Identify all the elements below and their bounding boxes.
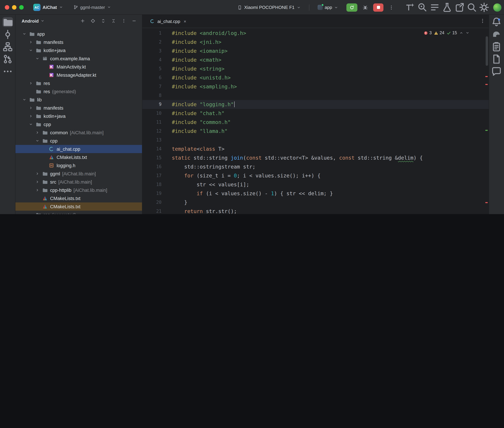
tree-item-res[interactable]: res(generated) xyxy=(16,87,142,96)
more-v-button[interactable] xyxy=(119,17,128,25)
chevron-right-icon[interactable] xyxy=(35,180,39,184)
code-line-12[interactable]: 12#include "llama.h" xyxy=(142,127,488,136)
editor-options-icon[interactable] xyxy=(480,18,485,24)
settings-button[interactable] xyxy=(479,2,489,12)
project-selector[interactable]: AC AiChat xyxy=(31,3,65,12)
target-button[interactable] xyxy=(88,17,97,25)
tree-item-kotlin-java[interactable]: kotlin+java xyxy=(16,112,142,120)
structure-tool-button[interactable] xyxy=(2,42,13,52)
tree-item-app[interactable]: app xyxy=(16,30,142,38)
profile-avatar[interactable] xyxy=(493,3,501,11)
code-editor[interactable]: 1#include <android/log.h>2#include <jni.… xyxy=(142,28,488,214)
run-button[interactable] xyxy=(347,3,358,11)
tree-item-cmakelists-txt[interactable]: CMakeLists.txt xyxy=(16,153,142,161)
chevron-down-icon[interactable] xyxy=(22,98,26,102)
tree-item-cpp[interactable]: cpp xyxy=(16,120,142,128)
branch-selector[interactable]: ggml-master xyxy=(71,4,113,11)
code-line-14[interactable]: 14template<class T> xyxy=(142,145,488,153)
minimize-window-button[interactable] xyxy=(12,5,17,9)
code-line-3[interactable]: 3#include <iomanip> xyxy=(142,47,488,56)
chevron-right-icon[interactable] xyxy=(35,188,39,192)
close-window-button[interactable] xyxy=(5,5,9,9)
bell-tool-button[interactable] xyxy=(491,17,502,27)
tree-item-com-example-llama[interactable]: com.example.llama xyxy=(16,54,142,63)
gemini-tool-button[interactable] xyxy=(491,66,502,76)
chevron-down-icon[interactable] xyxy=(35,57,39,61)
chevron-down-icon[interactable] xyxy=(29,48,33,52)
device-manager-tool-button[interactable] xyxy=(491,42,502,52)
code-line-6[interactable]: 6#include <unistd.h> xyxy=(142,73,488,82)
tree-item-messageadapter-kt[interactable]: MessageAdapter.kt xyxy=(16,71,142,79)
search-button[interactable] xyxy=(466,2,477,12)
debug-button[interactable] xyxy=(360,3,371,12)
code-line-21[interactable]: 21 return str.str(); xyxy=(142,207,488,214)
analysis-mark[interactable] xyxy=(485,202,487,203)
chevron-right-icon[interactable] xyxy=(35,172,39,176)
analysis-mark[interactable] xyxy=(485,84,487,85)
more-h-tool-button[interactable] xyxy=(2,66,13,76)
tree-item-cmakelists-txt[interactable]: CMakeLists.txt xyxy=(16,202,142,211)
tree-item-cpp-httplib[interactable]: cpp-httplib[AiChat.lib.main] xyxy=(16,186,142,194)
tree-item-manifests[interactable]: manifests xyxy=(16,104,142,112)
code-line-9[interactable]: 9#include "logging.h" xyxy=(142,100,488,109)
code-line-10[interactable]: 10#include "chat.h" xyxy=(142,109,488,118)
zoom-window-button[interactable] xyxy=(19,5,24,9)
gradle-tool-button[interactable] xyxy=(491,29,502,39)
device-selector[interactable]: Xiaomi POCOPHONE F1 xyxy=(235,4,303,11)
tree-item-cpp[interactable]: cpp xyxy=(16,137,142,145)
code-line-8[interactable]: 8 xyxy=(142,91,488,100)
plus-button[interactable] xyxy=(78,17,87,25)
editor-tab-ai-chat-cpp[interactable]: ai_chat.cpp × xyxy=(146,15,190,28)
chevron-right-icon[interactable] xyxy=(29,114,33,118)
chevron-down-icon[interactable] xyxy=(41,19,45,23)
analysis-mark[interactable] xyxy=(485,130,487,131)
project-view-mode[interactable]: Android xyxy=(22,18,39,24)
chevron-right-icon[interactable] xyxy=(29,40,33,44)
tree-item-ggml[interactable]: ggml[AiChat.lib.main] xyxy=(16,170,142,178)
analysis-mark[interactable] xyxy=(485,76,487,77)
chevron-down-icon[interactable] xyxy=(29,122,33,126)
commit-tool-button[interactable] xyxy=(2,29,13,39)
chevron-right-icon[interactable] xyxy=(29,106,33,110)
run-config-selector[interactable]: app xyxy=(315,4,340,11)
inspections-widget[interactable]: 3 24 15 xyxy=(422,30,471,36)
code-line-4[interactable]: 4#include <cmath> xyxy=(142,56,488,64)
tree-item-logging-h[interactable]: logging.h xyxy=(16,161,142,170)
chevron-right-icon[interactable] xyxy=(35,131,39,135)
code-line-18[interactable]: 18 str << values[i]; xyxy=(142,180,488,189)
more-run-actions-button[interactable] xyxy=(386,3,397,12)
chevron-right-icon[interactable] xyxy=(29,81,33,85)
tree-item-cmakelists-txt[interactable]: CMakeLists.txt xyxy=(16,194,142,202)
tree-item-res[interactable]: res xyxy=(16,79,142,87)
code-line-11[interactable]: 11#include "common.h" xyxy=(142,118,488,127)
project-tool-button[interactable] xyxy=(2,17,13,27)
tree-item-kotlin-java[interactable]: kotlin+java xyxy=(16,46,142,54)
tree-item-lib[interactable]: lib xyxy=(16,96,142,104)
next-problem-icon[interactable] xyxy=(465,31,469,35)
tree-item-manifests[interactable]: manifests xyxy=(16,38,142,46)
chevron-down-icon[interactable] xyxy=(35,139,39,143)
expand-all-button[interactable] xyxy=(99,17,108,25)
layout-inspector-tool-button[interactable] xyxy=(491,54,502,64)
close-tab-icon[interactable]: × xyxy=(184,19,186,24)
profiler-button[interactable] xyxy=(442,2,452,12)
collapse-all-button[interactable] xyxy=(109,17,118,25)
code-line-19[interactable]: 19 if (i < values.size() - 1) { str << d… xyxy=(142,189,488,198)
code-line-2[interactable]: 2#include <jni.h> xyxy=(142,38,488,47)
code-line-5[interactable]: 5#include <string> xyxy=(142,64,488,73)
editor-scrollbar[interactable] xyxy=(486,36,488,66)
code-line-20[interactable]: 20 } xyxy=(142,198,488,207)
minus-button[interactable] xyxy=(130,17,138,25)
ai-actions-button[interactable] xyxy=(405,2,415,12)
device-share-button[interactable] xyxy=(454,2,465,12)
code-line-17[interactable]: 17 for (size_t i = 0; i < values.size();… xyxy=(142,171,488,180)
tree-item-src[interactable]: src[AiChat.lib.main] xyxy=(16,178,142,186)
previous-problem-icon[interactable] xyxy=(459,31,463,35)
find-button[interactable] xyxy=(417,2,427,12)
tree-item-res[interactable]: res(generated) xyxy=(16,211,142,214)
code-line-16[interactable]: 16 std::ostringstream str; xyxy=(142,162,488,171)
code-line-15[interactable]: 15static std::string join(const std::vec… xyxy=(142,153,488,162)
chevron-down-icon[interactable] xyxy=(22,32,26,36)
tree-item-ai-chat-cpp[interactable]: ai_chat.cpp xyxy=(16,145,142,153)
tree-item-mainactivity-kt[interactable]: MainActivity.kt xyxy=(16,63,142,71)
